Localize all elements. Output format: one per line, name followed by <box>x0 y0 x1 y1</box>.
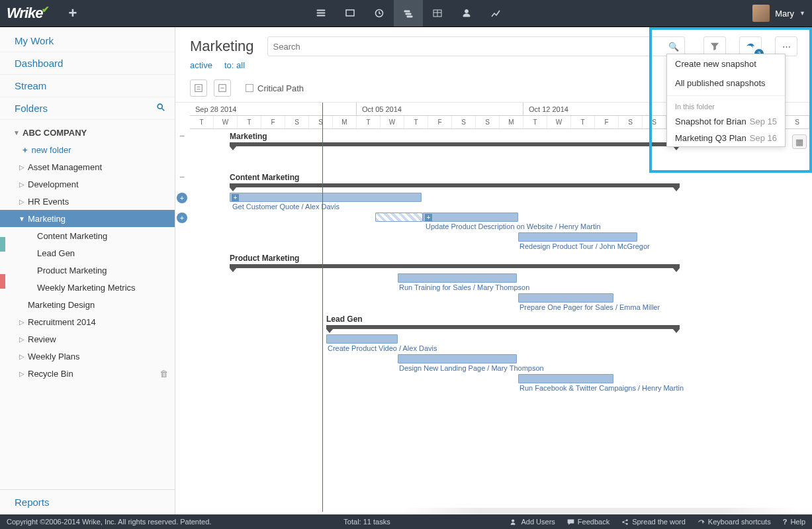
user-name: Mary <box>775 9 794 19</box>
tree-review[interactable]: ▷Review <box>0 330 175 348</box>
nav-dashboard[interactable]: Dashboard <box>0 52 175 75</box>
tree-asset-management[interactable]: ▷Asset Management <box>0 158 175 175</box>
share-all-snapshots[interactable]: All published snapshots <box>667 73 785 93</box>
nav-reports[interactable]: Reports <box>0 489 175 514</box>
trash-icon: 🗑 <box>159 369 168 379</box>
topbar: Wrike✔ + Mary ▼ <box>0 0 812 26</box>
table-view-icon[interactable] <box>423 0 452 26</box>
svg-point-4 <box>158 104 162 109</box>
search-folders-icon[interactable] <box>156 103 165 114</box>
tree-content-marketing[interactable]: Content Marketing <box>0 227 175 244</box>
wrike-logo[interactable]: Wrike✔ <box>7 5 54 22</box>
user-menu[interactable]: Mary ▼ <box>752 5 805 22</box>
copyright: Copyright ©2006-2014 Wrike, Inc. All rig… <box>7 518 211 526</box>
svg-point-7 <box>512 519 515 522</box>
tree-development[interactable]: ▷Development <box>0 175 175 193</box>
chevron-down-icon: ▼ <box>799 10 805 17</box>
timeline-view-icon[interactable] <box>394 0 423 26</box>
tree-weekly-plans[interactable]: ▷Weekly Plans <box>0 348 175 365</box>
snapshot-item[interactable]: Marketing Q3 PlanSep 16 <box>667 130 785 146</box>
page-title: Marketing <box>190 38 254 55</box>
total-tasks: Total: 11 tasks <box>343 518 390 526</box>
tree-weekly-metrics[interactable]: Weekly Marketing Metrics <box>0 279 175 296</box>
footer-add-users[interactable]: Add Users <box>510 518 555 526</box>
folders-label: Folders <box>15 103 48 114</box>
tree-recycle-bin[interactable]: ▷Recycle Bin🗑 <box>0 365 175 382</box>
search-icon[interactable]: 🔍 <box>668 42 679 52</box>
svg-point-3 <box>465 10 468 13</box>
horizontal-scrollbar[interactable] <box>400 508 799 514</box>
expand-all-button[interactable] <box>190 79 207 97</box>
workload-icon[interactable] <box>452 0 481 26</box>
footer: Copyright ©2006-2014 Wrike, Inc. All rig… <box>0 514 812 529</box>
share-menu: Create new snapshot All published snapsh… <box>666 54 786 147</box>
list-view-icon[interactable] <box>306 0 336 26</box>
gantt-settings-icon[interactable]: ▦ <box>792 134 807 149</box>
footer-feedback[interactable]: Feedback <box>567 518 609 526</box>
footer-shortcuts[interactable]: Keyboard shortcuts <box>698 518 771 526</box>
gantt-task[interactable]: Run Training for Sales / Mary Thompson <box>190 272 812 292</box>
tree-recruitment[interactable]: ▷Recruitment 2014 <box>0 313 175 330</box>
tree-company[interactable]: ▼ABC COMPANY <box>0 124 175 141</box>
gantt-task[interactable]: + + Get Customer Quote / Alex Davis <box>190 191 812 211</box>
svg-rect-5 <box>195 85 203 92</box>
nav-stream[interactable]: Stream <box>0 75 175 97</box>
tree-marketing-design[interactable]: Marketing Design <box>0 296 175 313</box>
avatar <box>752 5 770 22</box>
search-box[interactable]: 🔍 <box>267 36 685 56</box>
tree-lead-gen[interactable]: Lead Gen <box>0 244 175 262</box>
analytics-icon[interactable] <box>481 0 510 26</box>
gantt-group-leadgen[interactable]: Lead Gen <box>190 312 812 329</box>
gantt-task[interactable]: Design New Landing Page / Mary Thompson <box>190 353 812 373</box>
svg-rect-0 <box>346 10 354 16</box>
footer-help[interactable]: ?Help <box>783 518 805 526</box>
share-create-snapshot[interactable]: Create new snapshot <box>667 54 785 73</box>
tree-marketing[interactable]: ▼Marketing <box>0 210 175 227</box>
gantt-task[interactable]: Create Product Video / Alex Davis <box>190 333 812 353</box>
tree-product-marketing[interactable]: Product Marketing <box>0 262 175 279</box>
search-input[interactable] <box>273 42 668 52</box>
share-section-label: In this folder <box>667 99 785 113</box>
gantt-group-product[interactable]: Product Marketing <box>190 251 812 268</box>
gantt-task[interactable]: + + Update Product Description on Websit… <box>190 211 812 231</box>
gantt-group-content[interactable]: – Content Marketing <box>190 170 812 187</box>
tree-new-folder[interactable]: +new folder <box>0 141 175 158</box>
main: Marketing 🔍 2 ⋯ active to: all <box>175 27 812 514</box>
snapshot-item[interactable]: Snapshot for BrianSep 15 <box>667 113 785 130</box>
nav-folders[interactable]: Folders <box>0 97 175 120</box>
new-item-button[interactable]: + <box>69 5 77 22</box>
footer-spread[interactable]: Spread the word <box>621 518 686 526</box>
nav-my-work[interactable]: My Work <box>0 30 175 52</box>
tree-hr-events[interactable]: ▷HR Events <box>0 193 175 210</box>
timelog-icon[interactable] <box>365 0 394 26</box>
gantt-task[interactable]: Prepare One Pager for Sales / Emma Mille… <box>190 292 812 312</box>
critical-path-checkbox[interactable]: Critical Path <box>246 83 304 93</box>
board-view-icon[interactable] <box>336 0 365 26</box>
filter-active[interactable]: active <box>190 60 212 70</box>
gantt-task[interactable]: Redesign Product Tour / John McGregor <box>190 231 812 251</box>
sidebar: My Work Dashboard Stream Folders ▼ABC CO… <box>0 27 175 514</box>
gantt-task[interactable]: Run Facebook & Twitter Campaigns / Henry… <box>190 373 812 393</box>
collapse-all-button[interactable] <box>214 79 231 97</box>
gantt-chart[interactable]: ▦ Sep 28 2014 Oct 05 2014 Oct 12 2014 TW… <box>175 103 812 514</box>
filter-to[interactable]: to: all <box>224 60 245 70</box>
